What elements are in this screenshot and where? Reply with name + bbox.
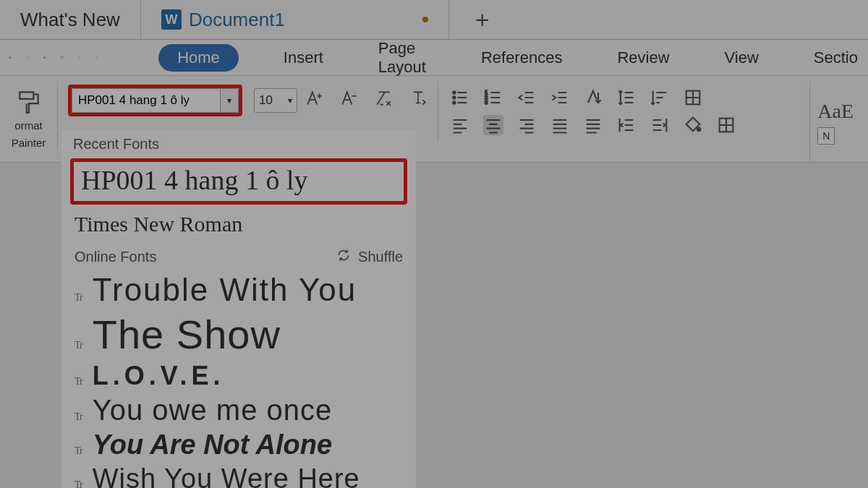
more-qa-icon[interactable] [112,47,115,69]
decrease-font-icon[interactable] [339,89,358,112]
line-spacing-icon[interactable] [616,87,637,108]
truetype-icon: Tr [75,445,82,457]
svg-text:2: 2 [485,95,488,100]
shading-icon[interactable] [683,115,703,135]
redo-icon[interactable] [95,47,98,69]
save-icon[interactable] [9,47,12,69]
tab-document1[interactable]: W Document1 [141,0,449,39]
sync-icon[interactable] [26,47,29,69]
clear-formatting-icon[interactable] [374,89,393,112]
new-tab-button[interactable]: + [449,0,516,39]
ribbon-tab-review[interactable]: Review [607,44,679,72]
font-option-love[interactable]: Tr L.O.V.E. [75,359,403,393]
align-center-icon[interactable] [483,115,503,135]
font-sample: HP001 4 hang 1 ô ly [81,166,396,194]
font-sample: You owe me once [93,394,333,427]
table-icon[interactable] [716,115,736,135]
ribbon-tab-sections[interactable]: Sectio [804,44,868,72]
align-right-icon[interactable] [516,115,537,135]
borders-icon[interactable] [683,87,703,108]
format-painter-button[interactable]: ormat Painter [0,82,58,150]
plus-icon: + [475,6,490,34]
paintbrush-icon [15,87,43,115]
styles-mini[interactable]: N [817,127,835,145]
numbering-icon[interactable]: 123 [483,87,503,108]
svg-text:3: 3 [485,100,488,105]
text-direction-icon[interactable] [583,87,603,108]
chevron-down-icon: ▾ [288,95,292,106]
svg-point-7 [453,96,456,99]
svg-text:1: 1 [485,90,488,95]
refresh-icon[interactable] [336,248,351,266]
font-size-value: 10 [259,93,273,108]
bullets-icon[interactable] [450,87,470,108]
font-name-combo[interactable]: ▾ [68,85,242,116]
format-painter-label2: Painter [12,137,46,150]
font-sample: L.O.V.E. [93,361,225,391]
tab-label: Document1 [189,9,285,31]
tab-label: What's New [20,9,120,31]
ribbon-tab-references[interactable]: References [471,44,573,72]
ribbon-tab-insert[interactable]: Insert [273,44,333,72]
increase-font-icon[interactable] [305,89,323,112]
decrease-indent-icon[interactable] [516,87,537,108]
font-dropdown-toggle[interactable]: ▾ [220,88,239,113]
font-option-alone[interactable]: Tr You Are Not Alone [75,428,403,462]
undo-icon[interactable] [78,47,81,69]
font-sample: You Are Not Alone [93,429,332,461]
print-icon[interactable] [43,47,46,69]
format-painter-label1: ormat [14,119,42,132]
svg-rect-3 [44,58,46,59]
align-justify-icon[interactable] [550,115,570,135]
indent-right-icon[interactable] [650,115,670,135]
word-doc-icon: W [161,9,182,30]
ribbon-tab-view[interactable]: View [715,44,769,72]
recent-fonts-label: Recent Fonts [61,130,416,155]
shuffle-button[interactable]: Shuffle [358,249,403,265]
print-preview-icon[interactable] [61,47,64,69]
styles-preview[interactable]: AaE [817,100,854,123]
truetype-icon: Tr [75,340,82,351]
svg-point-13 [697,128,701,132]
font-option-wish[interactable]: Tr Wish You Were Here [75,462,403,488]
indent-left-icon[interactable] [616,115,637,135]
unsaved-indicator-icon [422,17,428,22]
font-option-times[interactable]: Times New Roman [61,207,416,241]
font-name-input[interactable] [72,88,220,113]
font-option-hp001[interactable]: HP001 4 hang 1 ô ly [70,158,407,205]
font-option-the-show[interactable]: Tr The Show [75,309,403,359]
font-size-combo[interactable]: 10 ▾ [254,88,297,113]
truetype-icon: Tr [75,292,82,304]
ribbon-tab-page-layout[interactable]: Page Layout [368,35,436,81]
online-fonts-label: Online Fonts [75,249,156,265]
truetype-icon: Tr [75,411,82,423]
font-sample: Trouble With You [93,272,357,308]
svg-point-6 [453,91,456,94]
distribute-icon[interactable] [583,115,603,135]
svg-rect-0 [9,58,10,59]
font-sample: The Show [93,311,281,358]
font-sample: Wish You Were Here [93,463,360,488]
ribbon-tab-home[interactable]: Home [158,44,239,72]
sort-icon[interactable] [650,87,670,108]
truetype-icon: Tr [75,479,82,488]
font-dropdown-panel: Recent Fonts HP001 4 hang 1 ô ly Times N… [61,130,416,488]
svg-point-8 [453,101,456,104]
increase-indent-icon[interactable] [550,87,570,108]
truetype-icon: Tr [75,376,82,388]
font-option-owe[interactable]: Tr You owe me once [75,393,403,428]
font-option-trouble[interactable]: Tr Trouble With You [75,270,403,309]
align-left-icon[interactable] [450,115,470,135]
font-sample: Times New Roman [75,212,242,236]
tab-whats-new[interactable]: What's New [0,0,141,39]
text-effects-icon[interactable] [409,89,427,112]
